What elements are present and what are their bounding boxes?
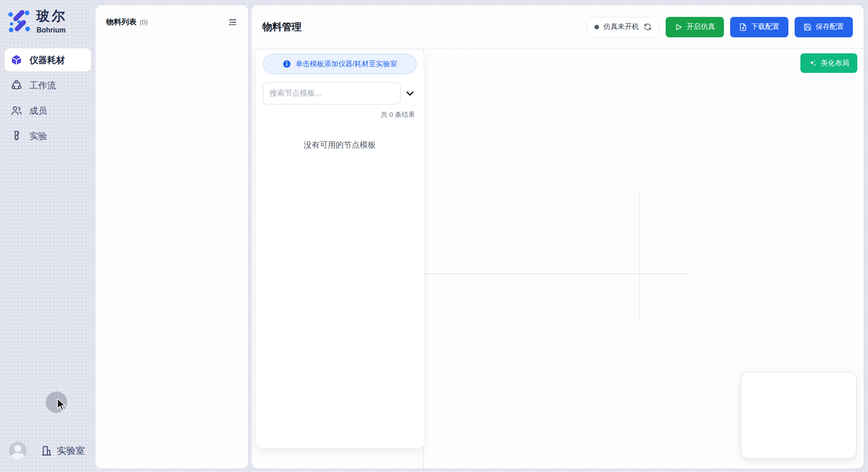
lab-switcher-label: 实验室 — [57, 444, 85, 457]
beautify-layout-button[interactable]: 美化布局 — [800, 53, 857, 73]
experiment-icon — [11, 130, 22, 142]
members-icon — [11, 105, 22, 116]
lab-switcher[interactable]: 实验室 — [41, 444, 85, 457]
outdent-icon[interactable] — [228, 17, 237, 27]
sidebar-item-workflow[interactable]: 工作流 — [4, 74, 91, 97]
save-icon — [804, 23, 812, 31]
sidebar-item-label: 成员 — [29, 105, 47, 117]
material-list-panel: 物料列表 (0) — [96, 5, 248, 468]
main-panel: 物料管理 仿真未开机 — [252, 5, 864, 468]
sidebar-footer: 实验室 — [0, 442, 96, 460]
sidebar: 玻尔 Bohrium 仪器耗材 — [0, 0, 96, 472]
simulation-status-pill[interactable]: 仿真未开机 — [587, 17, 659, 37]
page-title: 物料管理 — [262, 20, 301, 34]
app-root: 玻尔 Bohrium 仪器耗材 — [0, 0, 868, 472]
building-icon — [41, 445, 52, 456]
material-list-count: (0) — [140, 18, 148, 26]
brand-title: 玻尔 — [36, 7, 67, 25]
material-list-title: 物料列表 — [106, 17, 137, 27]
lab-layout-canvas[interactable]: 美化布局 单击模板添加仪器/耗材至实验室 — [252, 49, 864, 468]
simulation-status-label: 仿真未开机 — [603, 22, 639, 32]
start-simulation-button[interactable]: 开启仿真 — [666, 17, 724, 37]
sidebar-nav: 仪器耗材 工作流 — [0, 48, 96, 148]
download-config-label: 下载配置 — [751, 22, 780, 32]
sidebar-item-label: 实验 — [29, 130, 47, 142]
sidebar-item-label: 工作流 — [29, 80, 56, 92]
sparkles-icon — [808, 59, 817, 68]
template-hint-banner: 单击模板添加仪器/耗材至实验室 — [263, 54, 417, 74]
template-hint-text: 单击模板添加仪器/耗材至实验室 — [296, 60, 397, 69]
brand-logo: 玻尔 Bohrium — [0, 0, 96, 34]
canvas-guide-line — [639, 191, 640, 321]
brand-subtitle: Bohrium — [36, 26, 67, 34]
user-avatar[interactable] — [9, 442, 27, 460]
mouse-cursor — [55, 399, 67, 411]
header-actions: 仿真未开机 — [587, 17, 853, 37]
template-search-input[interactable] — [263, 82, 401, 104]
node-template-panel: 单击模板添加仪器/耗材至实验室 共 0 条结果 没有可用的节点模板 — [255, 50, 424, 448]
template-results-count: 共 0 条结果 — [263, 111, 417, 119]
template-search-row — [263, 82, 417, 104]
workflow-icon — [11, 80, 22, 91]
sidebar-item-instruments[interactable]: 仪器耗材 — [4, 48, 91, 72]
main-header: 物料管理 仿真未开机 — [252, 5, 864, 49]
sidebar-item-members[interactable]: 成员 — [4, 99, 91, 122]
status-dot — [595, 25, 599, 29]
download-config-button[interactable]: 下载配置 — [730, 17, 788, 37]
sidebar-item-label: 仪器耗材 — [29, 54, 65, 66]
template-empty-message: 没有可用的节点模板 — [263, 140, 417, 150]
canvas-minimap[interactable] — [741, 372, 856, 459]
play-icon — [675, 23, 683, 31]
sidebar-item-experiments[interactable]: 实验 — [4, 124, 91, 148]
save-config-button[interactable]: 保存配置 — [795, 17, 853, 37]
beautify-layout-label: 美化布局 — [821, 59, 849, 68]
refresh-icon[interactable] — [643, 23, 652, 31]
material-list-header: 物料列表 (0) — [96, 5, 248, 27]
cube-icon — [11, 54, 22, 66]
canvas-guide-line — [423, 273, 689, 274]
info-icon — [282, 60, 291, 68]
save-config-label: 保存配置 — [816, 22, 844, 32]
bohrium-logo-icon — [7, 9, 31, 33]
start-simulation-label: 开启仿真 — [687, 22, 715, 32]
file-download-icon — [739, 23, 747, 31]
chevron-down-icon[interactable] — [403, 87, 417, 100]
